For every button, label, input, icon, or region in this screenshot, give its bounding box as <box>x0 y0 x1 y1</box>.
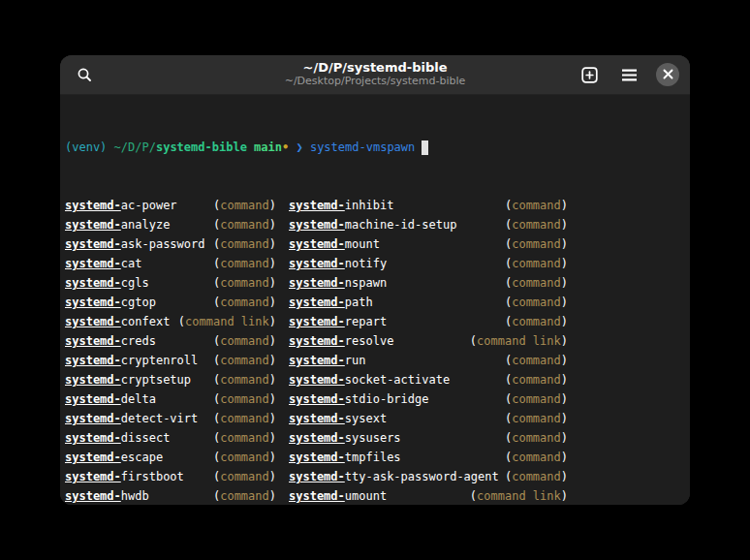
titlebar[interactable]: ~/D/P/systemd-bible ~/Desktop/Projects/s… <box>60 55 690 95</box>
terminal-window: ~/D/P/systemd-bible ~/Desktop/Projects/s… <box>60 55 690 505</box>
completion-annotation: (command) <box>213 293 276 312</box>
completion-item: systemd-creds(command) <box>65 331 276 351</box>
completion-item: systemd-cryptsetup(command) <box>65 370 276 389</box>
search-button[interactable] <box>72 62 97 87</box>
completion-annotation: (command) <box>505 254 568 273</box>
shell-prompt: (venv) ~/D/P/systemd-bible main• ❯ syste… <box>65 138 685 157</box>
command-name: systemd-ac-power <box>65 196 177 215</box>
command-name: systemd-umount <box>289 486 387 505</box>
menu-button[interactable] <box>616 62 641 87</box>
command-name: systemd-firstboot <box>65 467 184 486</box>
completion-annotation: (command) <box>213 389 276 409</box>
git-dirty-marker: • <box>282 138 289 157</box>
command-name: systemd-cat <box>65 254 141 273</box>
completion-item: systemd-repart(command) <box>289 312 568 331</box>
completion-item: systemd-cryptenroll(command) <box>65 351 276 370</box>
command-name: systemd-resolve <box>289 331 393 351</box>
completion-annotation: (command) <box>213 486 276 505</box>
completion-annotation: (command) <box>505 389 568 409</box>
command-name: systemd-cryptsetup <box>65 370 191 389</box>
command-name: systemd-cryptenroll <box>65 351 198 370</box>
completion-item: systemd-analyze(command) <box>65 215 276 234</box>
completion-item: systemd-mount(command) <box>289 234 568 254</box>
completion-annotation: (command link) <box>178 312 276 331</box>
completion-annotation: (command) <box>213 196 276 215</box>
close-button[interactable] <box>656 63 679 86</box>
command-name: systemd-sysext <box>289 409 387 428</box>
completion-item: systemd-tty-ask-password-agent(command) <box>289 467 568 486</box>
completion-annotation: (command) <box>505 351 568 370</box>
venv-indicator: (venv) <box>65 138 114 157</box>
close-icon <box>663 68 673 82</box>
completion-item: systemd-machine-id-setup(command) <box>289 215 568 234</box>
search-icon <box>77 67 93 83</box>
completion-item: systemd-cgls(command) <box>65 273 276 293</box>
completion-annotation: (command) <box>213 370 276 389</box>
completion-annotation: (command) <box>505 409 568 428</box>
completion-annotation: (command) <box>505 215 568 234</box>
completion-column-1: systemd-ac-power(command)systemd-analyze… <box>65 196 276 505</box>
completion-item: systemd-confext(command link) <box>65 312 276 331</box>
command-name: systemd-machine-id-setup <box>289 215 456 234</box>
command-name: systemd-nspawn <box>289 273 387 293</box>
completion-annotation: (command) <box>213 254 276 273</box>
completion-annotation: (command) <box>505 467 568 486</box>
prompt-arrow: ❯ <box>289 138 310 157</box>
command-name: systemd-confext <box>65 312 170 331</box>
command-name: systemd-inhibit <box>289 196 393 215</box>
terminal-content[interactable]: (venv) ~/D/P/systemd-bible main• ❯ syste… <box>60 95 690 505</box>
command-name: systemd-sysusers <box>289 428 401 448</box>
command-name: systemd-delta <box>65 389 156 409</box>
completion-item: systemd-sysext(command) <box>289 409 568 428</box>
completion-item: systemd-umount(command link) <box>289 486 568 505</box>
completion-item: systemd-nspawn(command) <box>289 273 568 293</box>
completion-annotation: (command link) <box>470 486 568 505</box>
git-branch: main <box>247 138 282 157</box>
completion-annotation: (command) <box>505 196 568 215</box>
completion-annotation: (command) <box>505 428 568 448</box>
command-name: systemd-repart <box>289 312 387 331</box>
command-name: systemd-mount <box>289 234 380 254</box>
typed-command: systemd-vmspawn <box>310 138 415 157</box>
completion-item: systemd-tmpfiles(command) <box>289 448 568 467</box>
completion-item: systemd-resolve(command link) <box>289 331 568 351</box>
command-name: systemd-dissect <box>65 428 170 448</box>
completion-annotation: (command) <box>505 312 568 331</box>
completion-list: systemd-ac-power(command)systemd-analyze… <box>65 196 685 505</box>
command-name: systemd-detect-virt <box>65 409 198 428</box>
completion-item: systemd-socket-activate(command) <box>289 370 568 389</box>
completion-column-2: systemd-inhibit(command)systemd-machine-… <box>289 196 568 505</box>
command-name: systemd-tmpfiles <box>289 448 401 467</box>
command-name: systemd-escape <box>65 448 163 467</box>
command-name: systemd-ask-password <box>65 234 205 254</box>
completion-annotation: (command) <box>505 273 568 293</box>
completion-item: systemd-cgtop(command) <box>65 293 276 312</box>
completion-annotation: (command) <box>213 215 276 234</box>
completion-annotation: (command) <box>213 467 276 486</box>
menu-icon <box>621 68 638 82</box>
completion-item: systemd-dissect(command) <box>65 428 276 448</box>
new-tab-icon <box>581 67 598 83</box>
completion-item: systemd-cat(command) <box>65 254 276 273</box>
completion-annotation: (command) <box>213 409 276 428</box>
completion-annotation: (command) <box>213 234 276 254</box>
text-cursor <box>422 140 428 155</box>
completion-item: systemd-stdio-bridge(command) <box>289 389 568 409</box>
completion-annotation: (command) <box>505 234 568 254</box>
completion-item: systemd-delta(command) <box>65 389 276 409</box>
completion-item: systemd-firstboot(command) <box>65 467 276 486</box>
completion-annotation: (command) <box>213 448 276 467</box>
prompt-path: ~/D/P/ <box>114 138 156 157</box>
completion-annotation: (command) <box>213 428 276 448</box>
completion-annotation: (command) <box>213 351 276 370</box>
command-name: systemd-stdio-bridge <box>289 389 429 409</box>
completion-item: systemd-detect-virt(command) <box>65 409 276 428</box>
command-name: systemd-creds <box>65 331 156 351</box>
completion-annotation: (command) <box>213 331 276 351</box>
completion-item: systemd-escape(command) <box>65 448 276 467</box>
completion-annotation: (command) <box>505 293 568 312</box>
completion-item: systemd-inhibit(command) <box>289 196 568 215</box>
new-tab-button[interactable] <box>577 62 602 87</box>
completion-item: systemd-path(command) <box>289 293 568 312</box>
command-name: systemd-run <box>289 351 365 370</box>
